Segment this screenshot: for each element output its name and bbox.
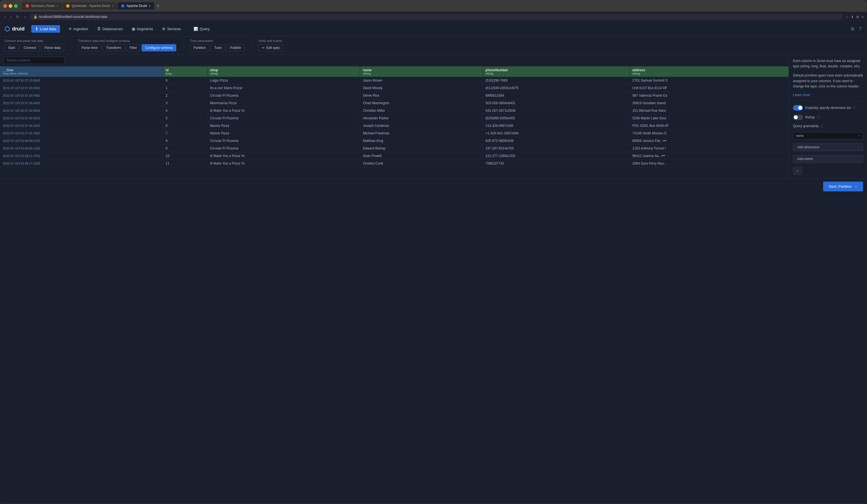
table-cell: 2022-07-16T10:37:29.449Z [0, 92, 163, 99]
tab-icon-0: 🔴 [25, 4, 29, 8]
nav-item-query-icon: 📊 [194, 27, 198, 31]
nav-item-loaddata-icon: ⬆ [35, 27, 38, 31]
table-cell: Jason Brown [360, 77, 483, 84]
table-cell: 9 [163, 145, 207, 152]
search-input[interactable] [3, 57, 65, 64]
traffic-light-yellow[interactable] [9, 4, 12, 8]
dropdown-arrow-icon: ▾ [859, 134, 860, 137]
wizard-step-tune[interactable]: Tune [211, 44, 225, 51]
learn-more-link[interactable]: Learn more [793, 93, 863, 97]
rollup-row: Rollup ⓘ [793, 115, 863, 120]
nav-item-segments[interactable]: ▦ Segments [128, 25, 157, 33]
table-cell: Luigis Pizza [207, 77, 360, 84]
wizard-step-parsetime[interactable]: Parse time [78, 44, 101, 51]
table-cell: 0 [163, 77, 207, 84]
table-cell: Marios Pizza [207, 130, 360, 137]
col-header-name[interactable]: name string [360, 66, 483, 77]
new-tab-button[interactable]: + [155, 2, 161, 9]
home-button[interactable]: ⌂ [23, 13, 27, 20]
explicitly-specify-info-icon[interactable]: ⓘ [853, 106, 856, 110]
wizard-steps-4: ✏ Edit spec [258, 44, 283, 51]
browser-tab-2[interactable]: 🔵 Apache Druid ✕ [118, 2, 154, 10]
col-type-phone: string [485, 72, 627, 75]
menu-button[interactable]: ≡ [861, 15, 864, 19]
browser-tab-0[interactable]: 🔴 Services | Aiven ✕ [22, 2, 62, 10]
table-cell: Ill Make You a Pizza Yo [207, 107, 360, 115]
nav-item-query[interactable]: 📊 Query [190, 25, 213, 33]
col-header-id[interactable]: id long [163, 66, 207, 77]
table-cell: Joseph Cardenas [360, 122, 483, 130]
back-button[interactable]: ‹ [3, 13, 7, 20]
panel-description-2: Default primitive types have been automa… [793, 73, 863, 89]
reload-button[interactable]: ↻ [15, 13, 20, 20]
wizard-step-start[interactable]: Start [4, 44, 19, 51]
browser-tab-1[interactable]: 🟠 Quickstart - Apache Druid ✕ [63, 2, 117, 10]
wizard-step-filter[interactable]: Filter [126, 44, 141, 51]
table-area: __time long (time column) id long shop s… [0, 54, 789, 179]
download-button[interactable]: ⬇ [851, 15, 854, 19]
table-cell: Charles Cook [360, 160, 483, 167]
back-nav-button[interactable]: ‹ [793, 167, 802, 175]
col-type-address: string [632, 72, 786, 75]
table-cell: 2022-07-16T10:38:09.110Z [0, 145, 163, 152]
table-cell: 6865813384 [483, 92, 630, 99]
druid-logo: ⬡ druid [4, 25, 24, 33]
extension-button[interactable]: ⊞ [856, 15, 859, 19]
settings-button[interactable]: ⚙ [849, 25, 856, 33]
wizard-step-configureschema[interactable]: Configure schema [142, 44, 176, 51]
nav-item-services[interactable]: ⚙ Services [158, 25, 185, 33]
table-cell: 2022-07-16T10:38:00.519Z [0, 137, 163, 145]
query-granularity-info-icon[interactable]: ⓘ [820, 124, 823, 128]
table-cell: 11 [163, 160, 207, 167]
address-bar[interactable]: 🔒 localhost:8888/unified-console.html#lo… [30, 14, 843, 20]
wizard-step-editspec[interactable]: ✏ Edit spec [258, 44, 283, 51]
explicitly-specify-toggle[interactable] [793, 105, 803, 111]
nav-item-ingestion[interactable]: ⟳ Ingestion [65, 25, 92, 33]
tab-label-1: Quickstart - Apache Druid [72, 4, 110, 8]
table-row: 2022-07-16T10:38:00.519Z8Circular Pi Piz… [0, 137, 789, 145]
add-dimension-button[interactable]: Add dimension [793, 143, 863, 151]
col-name-address: address [632, 68, 786, 72]
traffic-lights [3, 4, 18, 8]
tab-close-2[interactable]: ✕ [149, 4, 151, 8]
col-header-time[interactable]: __time long (time column) [0, 66, 163, 77]
wizard-step-transform[interactable]: Transform [102, 44, 125, 51]
col-name-shop: shop [210, 68, 357, 72]
nav-item-loaddata[interactable]: ⬆ Load data [31, 25, 60, 33]
help-button[interactable]: ? [858, 25, 863, 33]
table-cell: 2022-07-16T10:37:23.858Z [0, 77, 163, 84]
wizard-step-partition[interactable]: Partition [190, 44, 210, 51]
table-cell: 341-267-2871x2938 [483, 107, 630, 115]
next-btn-label: Next: Partition [829, 184, 852, 189]
traffic-light-green[interactable] [14, 4, 18, 8]
nav-item-datasources[interactable]: 🗄 Datasources [93, 25, 127, 33]
wizard-step-parsedata[interactable]: Parse data [41, 44, 64, 51]
rollup-info-icon[interactable]: ⓘ [817, 115, 820, 119]
traffic-light-red[interactable] [3, 4, 7, 8]
explicitly-specify-row: Explicitly specify dimension list ⓘ [793, 105, 863, 111]
rollup-toggle[interactable] [793, 115, 803, 120]
forward-button[interactable]: › [9, 13, 13, 20]
table-cell: 151 Michael Rue Nanc [630, 107, 789, 115]
bookmark-button[interactable]: ☆ [845, 15, 848, 19]
table-cell: 96412 Joanna Su...••• [630, 152, 789, 160]
col-header-address[interactable]: address string [630, 66, 789, 77]
table-row: 2022-07-16T10:37:29.449Z2Circular Pi Piz… [0, 92, 789, 99]
wizard-step-connect[interactable]: Connect [20, 44, 40, 51]
col-header-shop[interactable]: shop string [207, 66, 360, 77]
query-granularity-dropdown[interactable]: none ▾ [793, 132, 863, 139]
query-granularity-value: none [796, 134, 804, 138]
browser-addressbar: ‹ › ↻ ⌂ 🔒 localhost:8888/unified-console… [0, 12, 867, 22]
wizard-step-publish[interactable]: Publish [226, 44, 245, 51]
col-header-phone[interactable]: phoneNumber string [483, 66, 630, 77]
add-metric-button[interactable]: Add metric [793, 155, 863, 163]
data-table: __time long (time column) id long shop s… [0, 66, 789, 179]
tab-close-1[interactable]: ✕ [111, 4, 114, 8]
tab-close-0[interactable]: ✕ [56, 4, 58, 8]
table-cell: Michael Friedman [360, 130, 483, 137]
wizard-section-3: Tune parameters Partition Tune Publish [190, 39, 245, 51]
table-cell: 3 [163, 99, 207, 107]
url-text: localhost:8888/unified-console.html#load… [39, 15, 107, 19]
wizard-section-label-4: Verify and submit [258, 39, 283, 42]
next-partition-button[interactable]: Next: Partition → [823, 182, 863, 191]
